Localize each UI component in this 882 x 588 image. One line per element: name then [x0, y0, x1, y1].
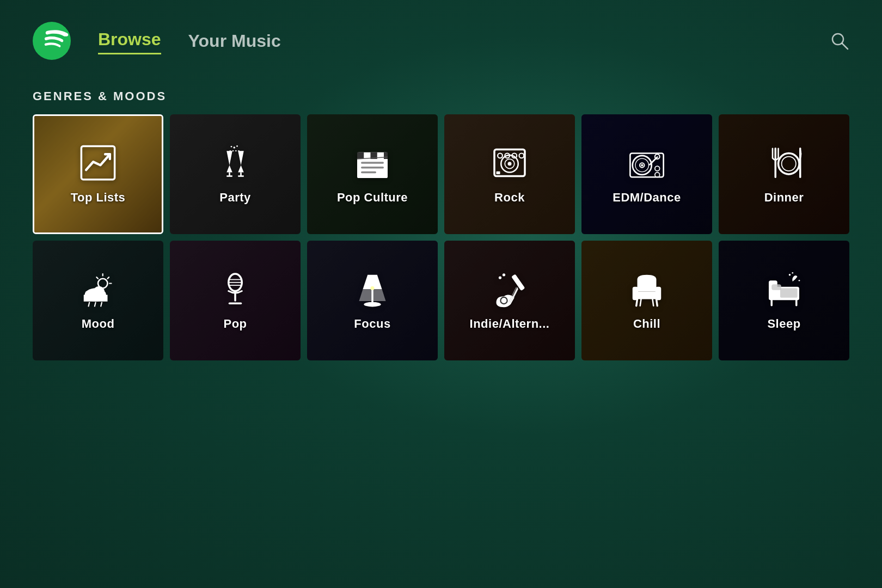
- tile-pop-culture[interactable]: Pop Culture: [307, 114, 438, 234]
- svg-line-77: [640, 299, 641, 305]
- turntable-icon: [628, 144, 666, 182]
- tile-sleep[interactable]: Sleep: [719, 241, 849, 360]
- lamp-icon: [353, 270, 391, 308]
- tile-focus-label: Focus: [354, 317, 390, 331]
- nav-links: Browse Your Music: [98, 29, 281, 54]
- svg-point-68: [503, 273, 505, 276]
- svg-point-24: [508, 162, 512, 166]
- tile-mood[interactable]: Mood: [33, 241, 163, 360]
- svg-line-56: [101, 303, 102, 307]
- svg-line-55: [95, 303, 96, 307]
- svg-rect-74: [656, 287, 661, 301]
- svg-rect-19: [361, 171, 376, 174]
- svg-rect-66: [511, 274, 525, 291]
- tile-top-lists[interactable]: Top Lists: [33, 114, 163, 234]
- dining-icon: [765, 144, 803, 182]
- svg-point-37: [655, 166, 660, 171]
- svg-line-75: [636, 299, 638, 305]
- svg-point-43: [782, 157, 796, 171]
- svg-rect-81: [771, 284, 781, 290]
- tile-rock[interactable]: Rock: [444, 114, 575, 234]
- svg-rect-14: [357, 152, 364, 159]
- tile-mood-label: Mood: [82, 317, 115, 331]
- genres-grid: Top Lists Party: [0, 114, 882, 360]
- svg-point-9: [234, 146, 236, 149]
- bed-icon: [765, 270, 803, 308]
- svg-point-87: [792, 272, 793, 274]
- svg-rect-82: [780, 288, 798, 298]
- guitar-icon: [491, 270, 529, 308]
- svg-point-0: [33, 22, 71, 60]
- tile-sleep-label: Sleep: [767, 317, 800, 331]
- tile-dinner[interactable]: Dinner: [719, 114, 849, 234]
- tile-party-label: Party: [219, 191, 251, 205]
- armchair-icon: [628, 270, 666, 308]
- svg-rect-16: [384, 152, 388, 159]
- svg-line-54: [89, 303, 90, 307]
- svg-point-64: [364, 302, 381, 307]
- svg-line-71: [510, 287, 518, 303]
- tile-indie[interactable]: Indie/Altern...: [444, 241, 575, 360]
- chart-icon: [79, 144, 117, 182]
- tile-edm-dance[interactable]: EDM/Dance: [581, 114, 712, 234]
- tile-focus[interactable]: Focus: [307, 241, 438, 360]
- svg-point-25: [498, 154, 503, 158]
- svg-point-33: [639, 162, 645, 168]
- genres-moods-title: GENRES & MOODS: [0, 73, 882, 114]
- svg-point-1: [832, 34, 843, 45]
- tile-chill-label: Chill: [633, 317, 660, 331]
- svg-line-48: [108, 277, 109, 279]
- svg-line-78: [653, 299, 654, 305]
- svg-point-65: [371, 286, 375, 290]
- amp-icon: [491, 144, 529, 182]
- svg-rect-29: [497, 171, 500, 174]
- tile-top-lists-label: Top Lists: [71, 191, 126, 205]
- nav-your-music[interactable]: Your Music: [188, 31, 281, 54]
- champagne-icon: [216, 144, 254, 182]
- svg-point-28: [519, 154, 524, 158]
- svg-rect-53: [84, 295, 108, 302]
- tile-rock-label: Rock: [494, 191, 525, 205]
- clapperboard-icon: [353, 144, 391, 182]
- tile-party[interactable]: Party: [170, 114, 301, 234]
- svg-point-85: [789, 274, 791, 276]
- tile-dinner-label: Dinner: [764, 191, 804, 205]
- svg-point-11: [231, 146, 232, 148]
- svg-rect-18: [361, 167, 384, 169]
- tile-pop-label: Pop: [223, 317, 247, 331]
- svg-line-2: [842, 44, 848, 49]
- tile-edm-label: EDM/Dance: [612, 191, 681, 205]
- cloud-sun-icon: [79, 270, 117, 308]
- microphone-icon: [216, 270, 254, 308]
- tile-chill[interactable]: Chill: [581, 241, 712, 360]
- tile-pop[interactable]: Pop: [170, 241, 301, 360]
- tile-pop-culture-label: Pop Culture: [337, 191, 408, 205]
- svg-rect-73: [633, 287, 639, 301]
- nav-browse[interactable]: Browse: [98, 29, 161, 54]
- svg-point-10: [236, 145, 238, 147]
- tile-indie-label: Indie/Altern...: [470, 317, 550, 331]
- svg-point-67: [499, 276, 501, 279]
- spotify-logo[interactable]: [33, 22, 71, 62]
- svg-line-76: [657, 299, 658, 305]
- header: Browse Your Music: [0, 0, 882, 73]
- svg-line-49: [96, 277, 98, 279]
- svg-rect-17: [361, 162, 384, 164]
- search-button[interactable]: [830, 31, 849, 53]
- svg-point-86: [799, 280, 800, 281]
